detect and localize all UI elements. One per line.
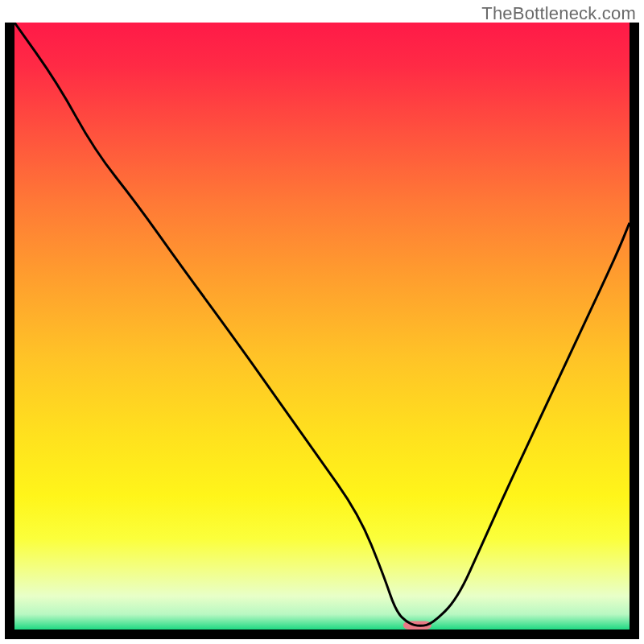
chart-container: TheBottleneck.com: [0, 0, 644, 644]
plot-area: [14, 23, 630, 630]
chart-svg: [14, 23, 630, 630]
watermark-text: TheBottleneck.com: [481, 3, 636, 24]
plot-black-border: [5, 23, 639, 639]
gradient-fill: [14, 23, 630, 630]
